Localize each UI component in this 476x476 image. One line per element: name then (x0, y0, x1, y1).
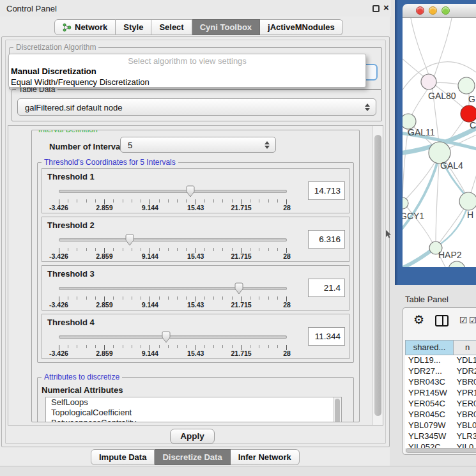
list-item[interactable]: SelfLoops (46, 397, 341, 408)
slider-thumb[interactable] (234, 282, 244, 295)
threshold-value-field[interactable] (308, 327, 345, 346)
network-window-titlebar[interactable] (403, 4, 476, 18)
list-item[interactable]: TopologicalCoefficient (46, 408, 341, 418)
slider-track[interactable] (59, 190, 287, 193)
table-panel: ⚙ ☑ ☑ shared... n YDL19...YDL1 YDR27...Y… (403, 307, 476, 455)
interval-definition-title: Interval Definition (36, 130, 100, 134)
threshold-value-field[interactable] (308, 230, 345, 249)
list-scrollbar-thumb[interactable] (335, 399, 340, 422)
threshold-2-slider[interactable] (59, 234, 287, 247)
cell[interactable]: YLR3 (453, 431, 476, 442)
combo-spinner-icon (365, 104, 370, 111)
threshold-3-slider[interactable] (59, 282, 287, 295)
label-gcy1: GCY1 (403, 211, 424, 221)
tab-label: jActiveMNodules (268, 22, 335, 32)
mac-close-button[interactable] (416, 6, 424, 15)
cell[interactable]: YIL052C (405, 442, 453, 448)
checkbox-icon-2[interactable]: ☑ (469, 316, 476, 325)
float-window-icon[interactable] (372, 5, 380, 12)
cell[interactable]: YIL0 (453, 442, 476, 448)
tab-cyni-toolbox[interactable]: Cyni Toolbox (192, 19, 260, 35)
cell[interactable]: YDL1 (453, 355, 476, 366)
tab-discretize-data[interactable]: Discretize Data (155, 449, 230, 465)
threshold-value-field[interactable] (308, 279, 345, 297)
apply-button[interactable]: Apply (170, 429, 215, 444)
number-of-intervals-label: Number of Intervals (49, 142, 127, 151)
numerical-attributes-list[interactable]: SelfLoops TopologicalCoefficient Between… (45, 397, 342, 422)
slider-scale-labels: -3.4262.859 9.14415.43 21.71528 (59, 252, 287, 261)
table-row[interactable]: YIL052CYIL0 (405, 442, 476, 448)
mac-minimize-button[interactable] (429, 6, 437, 15)
slider-track[interactable] (59, 335, 287, 339)
cell[interactable]: YPR145W (405, 388, 453, 399)
table-header: shared... n (405, 340, 476, 355)
slider-scale-labels: -3.4262.859 9.14415.43 21.71528 (59, 301, 287, 309)
table-row[interactable]: YBR045CYBR0 (405, 410, 476, 420)
cell[interactable]: YER0 (453, 399, 476, 410)
horizontal-scrollbar[interactable] (405, 448, 476, 454)
table-row[interactable]: YPR145WYPR1 (405, 388, 476, 399)
viewport-scrollbar-thumb[interactable] (374, 135, 381, 416)
viewport-scrollbar[interactable] (372, 126, 383, 425)
slider-track[interactable] (59, 238, 287, 242)
algorithm-option-equal-width[interactable]: Equal Width/Frequency Discretization (11, 77, 150, 87)
network-nodes[interactable] (403, 74, 476, 267)
checkbox-icon[interactable]: ☑ (459, 315, 468, 325)
numerical-attributes-label: Numerical Attributes (42, 385, 123, 395)
cell[interactable]: YBR045C (405, 410, 453, 420)
threshold-value-field[interactable] (308, 181, 345, 200)
table-row[interactable]: YDR27...YDR2 (405, 366, 476, 377)
slider-thumb[interactable] (161, 331, 171, 343)
cell[interactable]: YBL0 (453, 420, 476, 431)
slider-track[interactable] (59, 287, 287, 290)
network-canvas[interactable]: GAL80 GAL11 GAL4 GCY1 HAP2 G C H (403, 18, 476, 267)
table-data-combobox[interactable]: galFiltered.sif default node (17, 98, 376, 116)
cell[interactable]: YLR345W (405, 431, 453, 442)
cell[interactable]: YDR27... (405, 366, 453, 377)
cell[interactable]: YDR2 (453, 366, 476, 377)
cell[interactable]: YDL19... (405, 355, 453, 366)
label-partial-mid: C (470, 120, 476, 130)
number-of-intervals-combobox[interactable]: 5 (120, 137, 276, 153)
close-icon[interactable]: × (383, 2, 389, 13)
cell[interactable]: YPR1 (453, 388, 476, 399)
list-item[interactable]: BetweennessCentrality (46, 418, 341, 422)
slider-thumb[interactable] (186, 185, 196, 197)
tab-impute-data[interactable]: Impute Data (91, 449, 155, 465)
horizontal-scrollbar-thumb[interactable] (406, 448, 476, 453)
cell[interactable]: YBR0 (453, 410, 476, 420)
column-header-name[interactable]: n (454, 340, 476, 355)
table-row[interactable]: YBL079WYBL0 (405, 420, 476, 431)
split-columns-icon[interactable] (435, 315, 449, 326)
top-tab-bar: Network Style Select Cyni Toolbox jActiv… (54, 19, 343, 35)
label-partial-top: G (468, 94, 475, 104)
gear-icon[interactable]: ⚙ (413, 312, 424, 327)
table-row[interactable]: YBR043CYBR0 (405, 377, 476, 388)
attributes-group: Attributes to discretize Numerical Attri… (37, 377, 354, 422)
list-scrollbar[interactable] (333, 397, 341, 422)
tab-infer-network[interactable]: Infer Network (231, 449, 300, 465)
tab-network[interactable]: Network (54, 19, 116, 35)
tab-style[interactable]: Style (116, 19, 151, 35)
attributes-group-title: Attributes to discretize (42, 372, 122, 381)
label-hap2: HAP2 (438, 250, 462, 260)
table-row[interactable]: YLR345WYLR3 (405, 431, 476, 442)
mac-zoom-button[interactable] (441, 6, 450, 15)
tab-label: Discretize Data (162, 452, 222, 462)
algorithm-option-manual[interactable]: Manual Discretization (11, 66, 96, 76)
algorithm-popup-hint: Select algorithm to view settings (9, 56, 365, 66)
threshold-1-slider[interactable] (59, 185, 287, 198)
tab-jactivemnodules[interactable]: jActiveMNodules (260, 19, 343, 35)
cell[interactable]: YBL079W (405, 420, 453, 431)
cell[interactable]: YBR0 (453, 377, 476, 388)
cell[interactable]: YBR043C (405, 377, 453, 388)
table-panel-title: Table Panel (405, 295, 449, 304)
tab-select[interactable]: Select (151, 19, 192, 35)
cell[interactable]: YER054C (405, 399, 453, 410)
combo-spinner-icon (265, 141, 270, 149)
threshold-4-slider[interactable] (59, 331, 287, 344)
column-header-shared-name[interactable]: shared... (405, 340, 454, 355)
table-row[interactable]: YER054CYER0 (405, 399, 476, 410)
slider-thumb[interactable] (125, 234, 134, 246)
table-row[interactable]: YDL19...YDL1 (405, 355, 476, 366)
